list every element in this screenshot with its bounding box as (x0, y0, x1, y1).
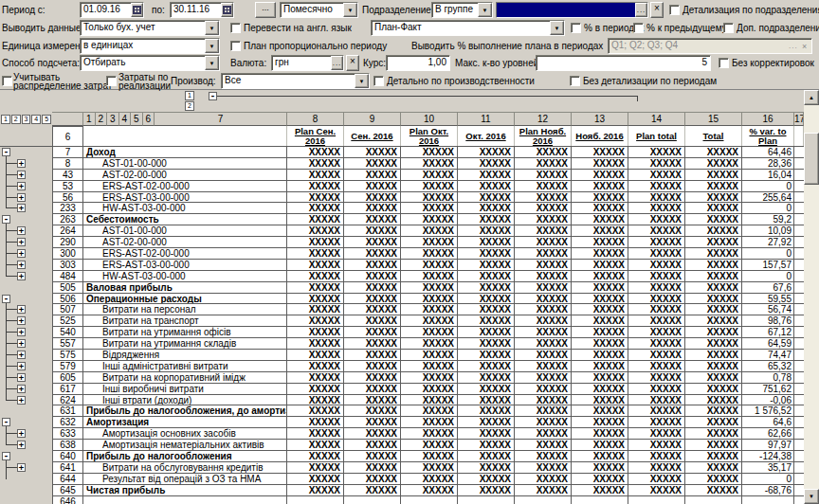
col-12-header[interactable]: 12 (515, 112, 572, 126)
row-number[interactable]: 557 (52, 338, 83, 350)
masked-value-cell[interactable]: XXXXX (572, 192, 628, 204)
masked-value-cell[interactable]: XXXXX (515, 451, 572, 462)
masked-value-cell[interactable]: XXXXX (344, 203, 401, 214)
masked-value-cell[interactable]: XXXXX (344, 181, 401, 192)
masked-value-cell[interactable]: XXXXX (685, 158, 742, 170)
pct-in-periods-checkbox[interactable] (571, 23, 581, 33)
masked-value-cell[interactable]: XXXXX (515, 192, 572, 204)
masked-value-cell[interactable]: XXXXX (401, 158, 458, 170)
row-number[interactable]: 631 (52, 405, 83, 417)
masked-value-cell[interactable]: XXXXX (685, 147, 742, 158)
masked-value-cell[interactable]: XXXXX (287, 282, 344, 294)
expand-icon[interactable]: + (17, 249, 26, 258)
masked-value-cell[interactable]: XXXXX (572, 282, 628, 294)
row-number[interactable]: 300 (52, 248, 83, 260)
masked-value-cell[interactable]: XXXXX (515, 282, 572, 294)
chevron-down-icon[interactable]: ▼ (205, 39, 219, 53)
date-to-value[interactable]: 30.11.16 (171, 3, 221, 17)
masked-value-cell[interactable]: XXXXX (287, 203, 344, 214)
masked-value-cell[interactable]: XXXXX (572, 485, 628, 496)
masked-value-cell[interactable]: XXXXX (515, 462, 572, 474)
masked-value-cell[interactable]: XXXXX (287, 304, 344, 315)
masked-value-cell[interactable]: XXXXX (572, 237, 628, 248)
masked-value-cell[interactable]: XXXXX (458, 248, 515, 260)
unit-dropdown[interactable]: в единицах ▼ (80, 38, 220, 54)
masked-value-cell[interactable]: XXXXX (685, 338, 742, 350)
col-9-header[interactable]: 9 (344, 112, 401, 126)
detail-production-checkbox[interactable] (373, 76, 384, 86)
row-label[interactable]: Витрати на утримання складів (83, 338, 287, 350)
masked-value-cell[interactable]: XXXXX (401, 405, 458, 417)
masked-value-cell[interactable]: XXXXX (685, 260, 742, 271)
masked-value-cell[interactable]: XXXXX (401, 350, 458, 361)
masked-value-cell[interactable]: XXXXX (401, 304, 458, 315)
masked-value-cell[interactable]: XXXXX (572, 214, 628, 225)
masked-value-cell[interactable] (458, 496, 515, 504)
row-number[interactable]: 484 (52, 271, 83, 282)
masked-value-cell[interactable]: XXXXX (572, 474, 628, 485)
masked-value-cell[interactable]: XXXXX (287, 485, 344, 496)
value-col-header[interactable]: Сен. 2016 (344, 126, 401, 146)
row-number[interactable]: 638 (52, 440, 83, 451)
masked-value-cell[interactable]: XXXXX (628, 225, 685, 237)
row-label[interactable]: AST-01-00-000 (83, 158, 287, 170)
masked-value-cell[interactable]: XXXXX (685, 451, 742, 462)
masked-value-cell[interactable]: XXXXX (628, 361, 685, 372)
masked-value-cell[interactable]: XXXXX (628, 192, 685, 204)
pct-var-cell[interactable]: 98,76 (742, 315, 794, 327)
masked-value-cell[interactable]: XXXXX (628, 462, 685, 474)
masked-value-cell[interactable]: XXXXX (401, 361, 458, 372)
row-label[interactable]: Амортизация (83, 417, 287, 428)
masked-value-cell[interactable]: XXXXX (515, 428, 572, 440)
frequency-dropdown[interactable]: Помесячно ▼ (280, 2, 358, 18)
masked-value-cell[interactable]: XXXXX (685, 181, 742, 192)
collapse-icon[interactable]: - (2, 148, 10, 156)
masked-value-cell[interactable]: XXXXX (685, 203, 742, 214)
masked-value-cell[interactable]: XXXXX (572, 225, 628, 237)
masked-value-cell[interactable]: XXXXX (401, 474, 458, 485)
masked-value-cell[interactable]: XXXXX (515, 158, 572, 170)
row-label[interactable]: AST-02-00-000 (83, 170, 287, 181)
masked-value-cell[interactable]: XXXXX (572, 384, 628, 395)
masked-value-cell[interactable]: XXXXX (458, 462, 515, 474)
masked-value-cell[interactable]: XXXXX (685, 462, 742, 474)
masked-value-cell[interactable]: XXXXX (628, 248, 685, 260)
row-label[interactable]: ERS-AST-03-00-000 (83, 260, 287, 271)
masked-value-cell[interactable]: XXXXX (685, 248, 742, 260)
row-number[interactable]: 303 (52, 260, 83, 271)
expand-icon[interactable]: + (17, 171, 26, 179)
masked-value-cell[interactable] (572, 496, 628, 504)
masked-value-cell[interactable]: XXXXX (344, 428, 401, 440)
masked-value-cell[interactable]: XXXXX (628, 384, 685, 395)
row-number[interactable]: 233 (52, 203, 83, 214)
row-label[interactable]: Витрати на транспорт (83, 315, 287, 327)
masked-value-cell[interactable]: XXXXX (685, 304, 742, 315)
col-10-header[interactable]: 10 (401, 112, 458, 126)
masked-value-cell[interactable]: XXXXX (401, 181, 458, 192)
col-15-header[interactable]: 15 (685, 112, 742, 126)
masked-value-cell[interactable]: XXXXX (685, 237, 742, 248)
col-2-header[interactable]: 2 (96, 112, 108, 126)
masked-value-cell[interactable]: XXXXX (628, 395, 685, 406)
row-label[interactable]: Амортизація нематеріальних активів (83, 440, 287, 451)
masked-value-cell[interactable]: XXXXX (287, 248, 344, 260)
masked-value-cell[interactable]: XXXXX (401, 428, 458, 440)
masked-value-cell[interactable]: XXXXX (628, 405, 685, 417)
masked-value-cell[interactable]: XXXXX (401, 372, 458, 384)
masked-value-cell[interactable]: XXXXX (344, 315, 401, 327)
row-label[interactable]: HW-AST-03-00-000 (83, 203, 287, 214)
pct-var-cell[interactable]: 59,2 (742, 214, 794, 225)
expand-icon[interactable]: + (17, 226, 26, 235)
row-label[interactable]: ERS-AST-03-00-000 (83, 192, 287, 204)
pct-var-cell[interactable]: 67,12 (742, 327, 794, 338)
masked-value-cell[interactable]: XXXXX (458, 147, 515, 158)
masked-value-cell[interactable]: XXXXX (458, 170, 515, 181)
masked-value-cell[interactable]: XXXXX (572, 147, 628, 158)
chevron-down-icon[interactable]: ▼ (550, 21, 564, 35)
col-3-header[interactable]: 3 (107, 112, 119, 126)
row-number[interactable]: 641 (52, 462, 83, 474)
pct-var-cell[interactable]: 27,92 (742, 237, 794, 248)
masked-value-cell[interactable]: XXXXX (572, 428, 628, 440)
masked-value-cell[interactable]: XXXXX (515, 405, 572, 417)
row-number[interactable]: 624 (52, 395, 83, 406)
